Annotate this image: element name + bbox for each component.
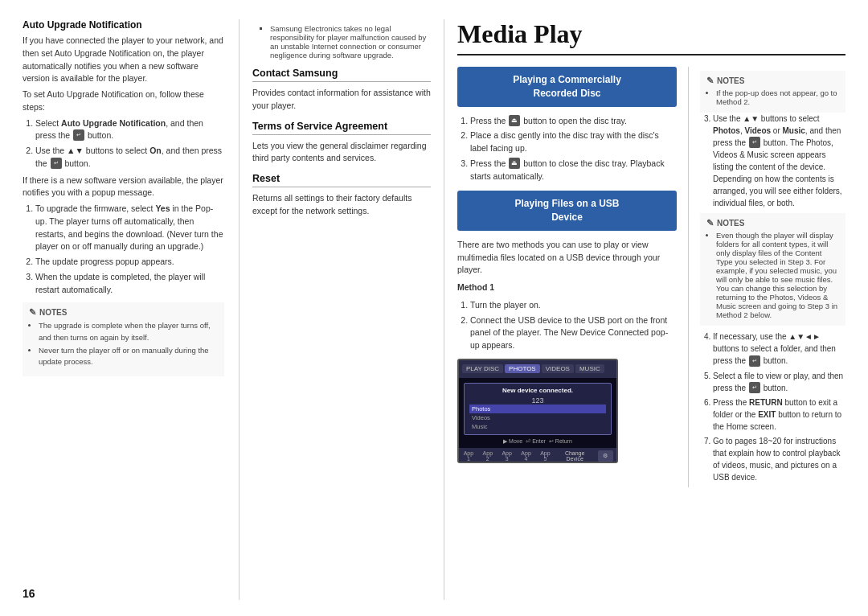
list-item: The update progress popup appears.: [35, 256, 224, 269]
middle-column: Samsung Electronics takes no legal respo…: [240, 19, 444, 600]
list-item: The upgrade is complete when the player …: [39, 320, 218, 343]
list-item: Place a disc gently into the disc tray w…: [470, 129, 677, 155]
notes-box-top: NOTES If the pop-up does not appear, go …: [700, 71, 845, 113]
list-item: Even though the player will display fold…: [716, 231, 839, 319]
samsung-legal-note: Samsung Electronics takes no legal respo…: [252, 24, 431, 60]
list-item: Select a file to view or play, and then …: [713, 370, 845, 394]
tv-tab-music: MUSIC: [575, 364, 604, 373]
commercially-recorded-steps: Press the button to open the disc tray. …: [457, 115, 677, 183]
list-item: Select Auto Upgrade Notification, and th…: [35, 117, 224, 143]
usb-intro-text: There are two methods you can use to pla…: [457, 239, 677, 277]
tos-text: Lets you view the general disclaimer reg…: [252, 140, 431, 166]
tv-tab-videos: VIDEOS: [542, 364, 574, 373]
list-item: To upgrade the firmware, select Yes in t…: [35, 203, 224, 253]
right-main-content: Playing a Commercially Recorded Disc Pre…: [457, 67, 689, 487]
usb-method1-steps: Turn the player on. Connect the USB devi…: [457, 299, 677, 352]
initial-steps-list: Select Auto Upgrade Notification, and th…: [23, 117, 224, 170]
list-item: When the update is completed, the player…: [35, 271, 224, 297]
tv-popup-title: New device connected.: [469, 387, 606, 394]
if-new-software-text: If there is a new software version avail…: [23, 175, 224, 200]
tv-change-device: Change Device: [558, 450, 592, 462]
list-item: Press the RETURN button to exit a folder…: [713, 396, 845, 433]
auto-upgrade-intro-p1: If you have connected the player to your…: [23, 35, 224, 85]
list-item: Connect the USB device to the USB port o…: [470, 314, 677, 352]
notes-title: NOTES: [706, 218, 839, 228]
notes-title: NOTES: [706, 76, 839, 86]
tv-bottom-bar: App 1 App 2 App 3 App 4 App 5 Change Dev…: [459, 448, 616, 463]
tv-ui-screenshot: PLAY DISC PHOTOS VIDEOS MUSIC New device…: [457, 359, 618, 463]
list-item: Press the button to close the disc tray.…: [470, 158, 677, 183]
aside-steps-4-7: If necessary, use the ▲▼◄► buttons to se…: [700, 331, 845, 483]
list-item: Go to pages 18~20 for instructions that …: [713, 435, 845, 483]
list-item: Press the button to open the disc tray.: [470, 115, 677, 128]
tv-menu-music: Music: [469, 422, 606, 431]
tv-menu-photos: Photos: [469, 405, 606, 413]
tv-app-5: App 5: [539, 450, 552, 462]
contact-samsung-heading: Contact Samsung: [252, 68, 431, 82]
tv-menu-videos: Videos: [469, 413, 606, 422]
aside-steps-list: Use the ▲▼ buttons to select Photos, Vid…: [700, 113, 845, 209]
page-title: Media Play: [457, 19, 845, 55]
tv-popup-number: 123: [469, 396, 606, 405]
reset-text: Returns all settings to their factory de…: [252, 192, 431, 218]
notes-icon: [706, 218, 714, 228]
tv-app-4: App 4: [520, 450, 533, 462]
notes-list: Even though the player will display fold…: [706, 231, 839, 319]
tv-new-device-popup: New device connected. 123 Photos Videos …: [464, 383, 612, 435]
right-aside-content: NOTES If the pop-up does not appear, go …: [689, 67, 845, 487]
notes-icon: [29, 307, 36, 318]
usb-device-header: Playing Files on a USB Device: [457, 191, 677, 231]
notes-icon: [706, 76, 714, 86]
auto-upgrade-heading: Auto Upgrade Notification: [23, 19, 224, 31]
right-column: Media Play Playing a Commercially Record…: [444, 19, 845, 600]
list-item: If the pop-up does not appear, go to Met…: [716, 88, 839, 106]
reset-heading: Reset: [252, 173, 431, 187]
left-column: Auto Upgrade Notification If you have co…: [23, 19, 240, 600]
list-item: Never turn the player off or on manually…: [39, 345, 218, 368]
notes-box: NOTES The upgrade is complete when the p…: [23, 302, 224, 376]
notes-list: If the pop-up does not appear, go to Met…: [706, 88, 839, 106]
tv-top-bar: PLAY DISC PHOTOS VIDEOS MUSIC: [459, 360, 616, 378]
upgrade-steps-list: To upgrade the firmware, select Yes in t…: [23, 203, 224, 296]
notes-box-mid: NOTES Even though the player will displa…: [700, 213, 845, 326]
list-item: Use the ▲▼ buttons to select Photos, Vid…: [713, 113, 845, 209]
list-item: Samsung Electronics takes no legal respo…: [270, 24, 431, 60]
method-1-label: Method 1: [457, 281, 677, 294]
contact-samsung-text: Provides contact information for assista…: [252, 87, 431, 113]
tv-app-3: App 3: [501, 450, 514, 462]
commercially-recorded-header: Playing a Commercially Recorded Disc: [457, 67, 677, 107]
list-item: If necessary, use the ▲▼◄► buttons to se…: [713, 331, 845, 367]
tv-settings-icon: ⚙: [598, 450, 613, 462]
tv-app-2: App 2: [481, 450, 494, 462]
auto-upgrade-intro-p2: To set Auto Upgrade Notification on, fol…: [23, 88, 224, 114]
list-item: Turn the player on.: [470, 299, 677, 312]
tv-tab-photos: PHOTOS: [505, 364, 540, 373]
notes-title: NOTES: [29, 307, 218, 318]
tv-app-1: App 1: [462, 450, 475, 462]
notes-list: The upgrade is complete when the player …: [29, 320, 218, 368]
list-item: Use the ▲▼ buttons to select On, and the…: [35, 145, 224, 170]
page-number: 16: [23, 587, 35, 600]
tv-tab-play-disc: PLAY DISC: [462, 364, 503, 373]
tos-heading: Terms of Service Agreement: [252, 121, 431, 135]
